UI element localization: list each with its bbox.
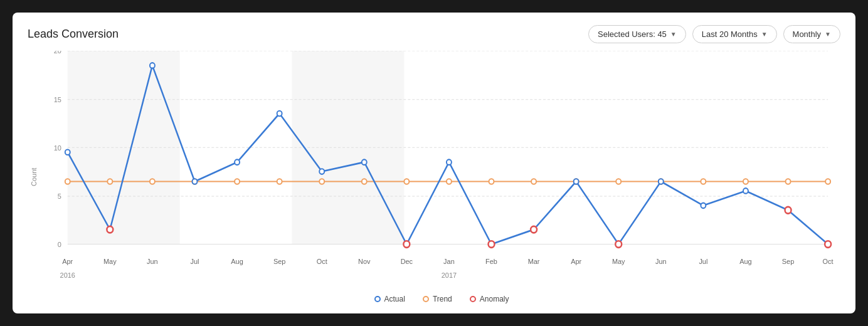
svg-point-65 (574, 179, 579, 184)
chart-area: Count 0 5 10 (28, 51, 840, 303)
trend-legend-dot (423, 296, 429, 302)
svg-text:Sep: Sep (273, 258, 285, 265)
svg-point-75 (531, 226, 537, 233)
svg-text:May: May (103, 258, 117, 265)
svg-text:0: 0 (58, 240, 61, 248)
svg-point-40 (319, 179, 324, 184)
svg-text:5: 5 (58, 192, 61, 200)
svg-point-68 (701, 203, 706, 209)
svg-point-57 (235, 159, 240, 165)
svg-point-72 (107, 226, 113, 233)
svg-point-50 (743, 179, 748, 184)
svg-point-39 (277, 179, 282, 184)
anomaly-legend-label: Anomaly (480, 295, 509, 303)
svg-point-49 (701, 179, 706, 184)
svg-point-76 (615, 241, 622, 248)
svg-point-74 (489, 241, 495, 248)
svg-text:Jun: Jun (147, 258, 158, 265)
svg-text:15: 15 (54, 96, 61, 103)
svg-point-44 (489, 179, 494, 184)
svg-point-55 (150, 63, 155, 68)
chart-svg-wrap: 0 5 10 15 20 Apr May Jun Jul Aug Sep Oct… (43, 51, 840, 291)
trend-legend-label: Trend (433, 295, 452, 303)
svg-point-62 (447, 159, 452, 165)
svg-text:Jun: Jun (655, 258, 667, 265)
chart-legend: Actual Trend Anomaly (43, 295, 840, 303)
anomaly-legend-dot (470, 296, 476, 302)
chevron-down-icon: ▼ (670, 31, 677, 38)
svg-point-38 (235, 179, 240, 184)
granularity-dropdown[interactable]: Monthly ▼ (783, 25, 840, 43)
svg-text:Jan: Jan (443, 258, 455, 265)
leads-conversion-card: Leads Conversion Selected Users: 45 ▼ La… (13, 13, 855, 313)
svg-point-47 (616, 179, 621, 184)
chart-svg: 0 5 10 15 20 Apr May Jun Jul Aug Sep Oct… (43, 51, 840, 291)
svg-text:Mar: Mar (528, 258, 540, 265)
users-dropdown[interactable]: Selected Users: 45 ▼ (588, 25, 686, 43)
svg-text:2016: 2016 (60, 271, 75, 278)
svg-point-58 (277, 111, 282, 117)
svg-point-60 (362, 159, 367, 165)
svg-point-78 (825, 241, 831, 248)
svg-point-56 (193, 179, 198, 184)
svg-point-45 (531, 179, 536, 184)
svg-point-77 (785, 207, 791, 214)
svg-point-43 (447, 179, 452, 184)
svg-point-35 (107, 179, 112, 184)
svg-text:Dec: Dec (401, 258, 413, 265)
chevron-down-icon: ▼ (825, 31, 831, 38)
svg-point-41 (362, 179, 367, 184)
svg-text:Jul: Jul (190, 258, 199, 265)
svg-text:Oct: Oct (823, 258, 834, 265)
svg-point-52 (825, 179, 830, 184)
actual-legend-dot (374, 296, 381, 302)
svg-point-34 (65, 179, 70, 184)
svg-text:Sep: Sep (782, 258, 794, 265)
svg-text:May: May (612, 258, 625, 265)
svg-text:Aug: Aug (739, 258, 751, 265)
actual-legend-label: Actual (384, 295, 405, 303)
period-dropdown[interactable]: Last 20 Months ▼ (692, 25, 777, 43)
legend-trend: Trend (423, 295, 452, 303)
page-title: Leads Conversion (28, 28, 119, 41)
svg-point-73 (403, 241, 410, 248)
legend-actual: Actual (374, 295, 405, 303)
chart-inner: 0 5 10 15 20 Apr May Jun Jul Aug Sep Oct… (43, 51, 840, 303)
svg-text:2017: 2017 (442, 271, 457, 278)
legend-anomaly: Anomaly (470, 295, 509, 303)
svg-text:20: 20 (54, 51, 61, 55)
svg-point-67 (659, 179, 664, 184)
svg-text:Apr: Apr (62, 258, 73, 265)
svg-text:Apr: Apr (571, 258, 581, 265)
card-header: Leads Conversion Selected Users: 45 ▼ La… (28, 25, 840, 43)
svg-point-69 (743, 188, 748, 194)
svg-text:Nov: Nov (358, 258, 371, 265)
svg-point-36 (150, 179, 155, 184)
svg-text:Oct: Oct (317, 258, 328, 265)
svg-text:Feb: Feb (485, 258, 497, 265)
svg-point-42 (404, 179, 409, 184)
svg-text:Jul: Jul (699, 258, 707, 265)
controls-group: Selected Users: 45 ▼ Last 20 Months ▼ Mo… (588, 25, 840, 43)
svg-point-59 (319, 169, 324, 174)
chevron-down-icon: ▼ (761, 31, 768, 38)
y-axis-label: Count (28, 51, 40, 303)
svg-point-51 (786, 179, 791, 184)
svg-point-53 (65, 149, 70, 155)
svg-text:Aug: Aug (231, 258, 243, 265)
svg-text:10: 10 (54, 144, 61, 151)
svg-rect-0 (68, 51, 180, 244)
